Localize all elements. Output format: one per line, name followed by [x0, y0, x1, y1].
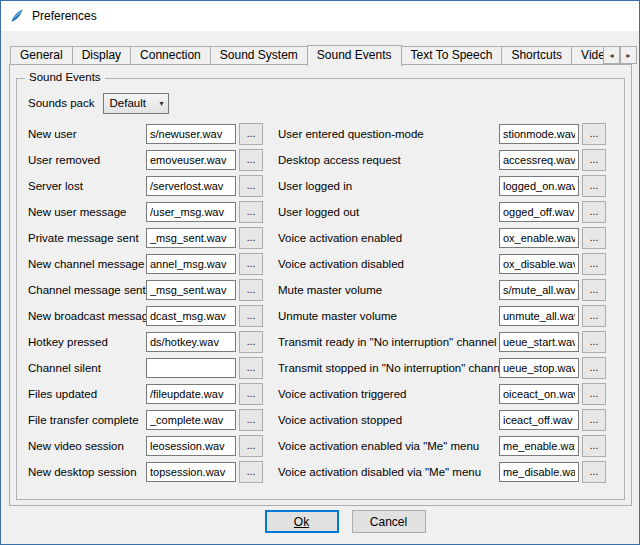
tab-display[interactable]: Display: [72, 46, 131, 64]
browse-button[interactable]: ...: [239, 253, 263, 275]
tab-general[interactable]: General: [10, 46, 73, 64]
tab-connection[interactable]: Connection: [130, 46, 211, 64]
sound-file-input[interactable]: [499, 176, 579, 196]
browse-button[interactable]: ...: [582, 201, 606, 223]
sound-file-input[interactable]: [499, 254, 579, 274]
tab-text-to-speech[interactable]: Text To Speech: [401, 46, 503, 64]
sound-file-input[interactable]: [499, 410, 579, 430]
sounds-pack-select[interactable]: Default ▾: [103, 93, 169, 114]
sound-event-label: Voice activation enabled via "Me" menu: [278, 440, 499, 452]
sound-file-input[interactable]: [499, 436, 579, 456]
sound-file-input[interactable]: [146, 332, 236, 352]
sound-event-row: Channel message sent ...: [28, 277, 265, 303]
ok-button[interactable]: Ok: [265, 510, 339, 533]
cancel-button[interactable]: Cancel: [352, 510, 426, 533]
sound-file-input[interactable]: [146, 150, 236, 170]
browse-button[interactable]: ...: [239, 461, 263, 483]
sound-file-input[interactable]: [499, 228, 579, 248]
sound-event-row: Private message sent ...: [28, 225, 265, 251]
sound-file-input[interactable]: [146, 462, 236, 482]
tab-bar: General Display Connection Sound System …: [10, 45, 603, 66]
sound-events-column-right: User entered question-mode ... Desktop a…: [278, 121, 606, 485]
sound-event-label: User logged in: [278, 180, 499, 192]
sound-file-input[interactable]: [146, 254, 236, 274]
browse-button[interactable]: ...: [582, 149, 606, 171]
sound-event-row: Voice activation enabled ...: [278, 225, 606, 251]
browse-button[interactable]: ...: [582, 175, 606, 197]
sound-event-label: Files updated: [28, 388, 146, 400]
browse-button[interactable]: ...: [582, 409, 606, 431]
sound-file-input[interactable]: [146, 384, 236, 404]
browse-button[interactable]: ...: [239, 149, 263, 171]
browse-button[interactable]: ...: [582, 253, 606, 275]
sound-events-group: Sound Events Sounds pack Default ▾ New u…: [16, 78, 625, 500]
browse-button[interactable]: ...: [239, 331, 263, 353]
app-icon: [9, 8, 25, 24]
browse-button[interactable]: ...: [239, 279, 263, 301]
sound-event-row: Server lost ...: [28, 173, 265, 199]
sound-event-row: User logged out ...: [278, 199, 606, 225]
sound-file-input[interactable]: [499, 280, 579, 300]
browse-button[interactable]: ...: [582, 305, 606, 327]
sound-file-input[interactable]: [499, 202, 579, 222]
sound-file-input[interactable]: [146, 176, 236, 196]
sound-event-label: New user message: [28, 206, 146, 218]
sound-file-input[interactable]: [146, 202, 236, 222]
sound-event-row: New user ...: [28, 121, 265, 147]
sound-file-input[interactable]: [146, 410, 236, 430]
sound-file-input[interactable]: [146, 358, 236, 378]
sound-event-label: Unmute master volume: [278, 310, 499, 322]
sound-event-label: Desktop access request: [278, 154, 499, 166]
sound-event-label: User removed: [28, 154, 146, 166]
sound-file-input[interactable]: [499, 358, 579, 378]
chevron-down-icon: ▾: [159, 99, 167, 108]
browse-button[interactable]: ...: [582, 461, 606, 483]
sound-event-row: File transfer complete ...: [28, 407, 265, 433]
browse-button[interactable]: ...: [239, 227, 263, 249]
browse-button[interactable]: ...: [239, 435, 263, 457]
sound-file-input[interactable]: [499, 462, 579, 482]
sound-file-input[interactable]: [146, 436, 236, 456]
sound-event-row: New desktop session ...: [28, 459, 265, 485]
sound-event-label: Voice activation disabled via "Me" menu: [278, 466, 499, 478]
tab-video[interactable]: Video: [571, 46, 603, 64]
browse-button[interactable]: ...: [239, 383, 263, 405]
sound-event-row: New user message ...: [28, 199, 265, 225]
browse-button[interactable]: ...: [582, 227, 606, 249]
browse-button[interactable]: ...: [239, 201, 263, 223]
sound-file-input[interactable]: [499, 384, 579, 404]
sound-file-input[interactable]: [146, 228, 236, 248]
sound-event-label: New broadcast message: [28, 310, 146, 322]
tab-scroll-left-icon[interactable]: ◄: [603, 46, 620, 64]
browse-button[interactable]: ...: [582, 357, 606, 379]
browse-button[interactable]: ...: [582, 279, 606, 301]
sound-event-row: Desktop access request ...: [278, 147, 606, 173]
browse-button[interactable]: ...: [239, 305, 263, 327]
browse-button[interactable]: ...: [582, 383, 606, 405]
sound-events-tab-page: Sound Events Sounds pack Default ▾ New u…: [9, 64, 632, 506]
browse-button[interactable]: ...: [582, 435, 606, 457]
browse-button[interactable]: ...: [582, 331, 606, 353]
browse-button[interactable]: ...: [239, 123, 263, 145]
tab-sound-events[interactable]: Sound Events: [307, 45, 402, 66]
titlebar: Preferences: [1, 1, 639, 31]
browse-button[interactable]: ...: [239, 357, 263, 379]
sound-event-row: Voice activation triggered ...: [278, 381, 606, 407]
tab-sound-system[interactable]: Sound System: [210, 46, 308, 64]
browse-button[interactable]: ...: [239, 409, 263, 431]
sound-event-label: Voice activation disabled: [278, 258, 499, 270]
window-title: Preferences: [32, 9, 97, 23]
sound-file-input[interactable]: [499, 306, 579, 326]
sound-file-input[interactable]: [499, 124, 579, 144]
sound-file-input[interactable]: [146, 306, 236, 326]
sound-file-input[interactable]: [146, 280, 236, 300]
sound-event-row: Voice activation stopped ...: [278, 407, 606, 433]
tab-shortcuts[interactable]: Shortcuts: [501, 46, 572, 64]
tab-scroll-right-icon[interactable]: ►: [620, 46, 637, 64]
sounds-pack-value: Default: [110, 97, 146, 109]
browse-button[interactable]: ...: [582, 123, 606, 145]
sound-file-input[interactable]: [499, 150, 579, 170]
browse-button[interactable]: ...: [239, 175, 263, 197]
sound-file-input[interactable]: [499, 332, 579, 352]
sound-file-input[interactable]: [146, 124, 236, 144]
